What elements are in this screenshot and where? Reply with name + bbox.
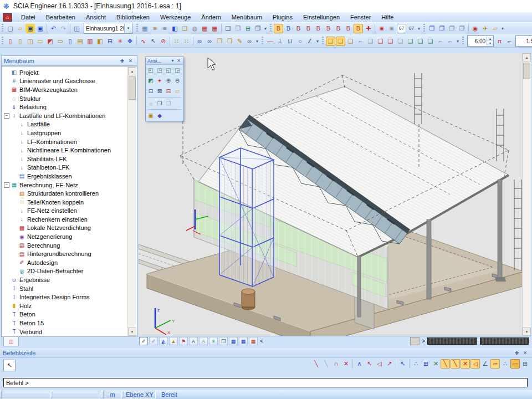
multicopy-icon[interactable]: ❐ [225, 37, 234, 46]
tree-expander[interactable] [4, 70, 9, 75]
select-by-property-icon[interactable]: B [284, 24, 293, 33]
command-input[interactable] [3, 378, 528, 387]
property-brush-icon[interactable]: ✎ [235, 37, 244, 46]
draw-line-icon[interactable]: ╲ [311, 359, 321, 369]
tree-item-berechnung-fe-netz[interactable]: − ▦ Berechnung, FE-Netz [4, 181, 127, 190]
vertex-icon[interactable]: ∧ [355, 359, 364, 369]
viewport-canvas[interactable]: z Y X [139, 53, 531, 336]
show-surfaces-icon[interactable]: ◭ [159, 337, 168, 345]
select-curve-icon[interactable]: B [324, 24, 333, 33]
cancel-icon[interactable]: ✕ [341, 359, 351, 369]
project-window-icon[interactable]: ◫ [72, 24, 81, 33]
spin-up-icon[interactable]: ▴ [487, 37, 493, 41]
scale-tool-icon[interactable]: π [495, 37, 504, 46]
scroll-down-icon[interactable]: ▼ [523, 328, 531, 336]
view-3d-icon[interactable]: ◆ [155, 111, 164, 120]
tree-item-stahlbeton-lfk[interactable]: ↓ Stahlbeton-LFK [4, 163, 127, 172]
view-parameters-icon[interactable]: ❒ [219, 337, 228, 345]
tree-item-ergebnisse[interactable]: ∪ Ergebnisse [4, 275, 127, 284]
tree-expander[interactable] [12, 208, 17, 213]
support-misc2-icon[interactable]: ⌐ [446, 37, 455, 46]
spin-down-icon[interactable]: ▾ [487, 41, 493, 45]
page-format-icon[interactable]: ❏ [180, 24, 190, 33]
mesh-icon[interactable]: ◍ [190, 24, 200, 33]
copy-properties-icon[interactable]: ❐ [447, 24, 457, 33]
walk-through-icon[interactable]: ✦ [155, 76, 164, 85]
tree-expander[interactable] [12, 173, 17, 179]
close-icon[interactable]: ✕ [176, 58, 182, 63]
support-fixed-icon[interactable]: ❏ [326, 37, 335, 46]
menu-datei[interactable]: Datei [16, 13, 40, 22]
tree-expander[interactable] [12, 243, 17, 248]
document-icon[interactable]: ❐ [253, 24, 263, 33]
draw-arc-icon[interactable]: ∩ [331, 359, 341, 369]
scroll-down-icon[interactable]: ▼ [128, 328, 136, 336]
tree-expander[interactable] [4, 294, 9, 300]
tree-item-berechnung[interactable]: ▤ Berechnung [4, 241, 127, 250]
snap-tangent-icon[interactable]: ∠ [480, 359, 490, 369]
layer-manager-icon[interactable]: ≡ [160, 24, 170, 33]
beam-icon[interactable]: ▯ [6, 37, 15, 46]
tree-item-stahl[interactable]: I Stahl [4, 284, 127, 293]
calculator-icon[interactable]: ⊞ [243, 24, 253, 33]
tree-item-lastgruppen[interactable]: ↓ Lastgruppen [4, 129, 127, 137]
edit-point-icon[interactable]: ↖ [365, 359, 374, 369]
tree-expander[interactable] [4, 303, 9, 309]
redo-icon[interactable]: ↷ [59, 24, 68, 33]
support-misc-icon[interactable]: ⌐ [436, 37, 445, 46]
toolbar-grip[interactable] [423, 24, 425, 33]
tree-item-struktur[interactable]: ⌂ Struktur [4, 94, 127, 103]
grid-member-icon[interactable]: ✳ [115, 37, 125, 46]
show-model-data-icon[interactable]: ✳ [209, 337, 218, 345]
snap-midpoint-icon[interactable]: ╲ [441, 359, 450, 369]
function-key-toggle-icon[interactable]: 67 [397, 24, 406, 33]
scale-factor-spinner[interactable]: 1.5 ▴▾ [515, 35, 532, 47]
delete-icon[interactable]: ⊘ [158, 37, 168, 46]
draw-line2-icon[interactable]: ╲ [321, 359, 331, 369]
circle-icon[interactable]: ○ [295, 37, 305, 46]
close-icon[interactable]: ✕ [126, 57, 135, 65]
table-input-icon[interactable]: ▦ [200, 24, 209, 33]
open-icon[interactable]: ▱ [16, 24, 25, 33]
paste-view-icon[interactable]: ❐ [437, 24, 447, 33]
tree-item-hintergrundberechnung[interactable]: ▤ Hintergrundberechnung [4, 249, 127, 258]
tree-item-verbund[interactable]: T Verbund [4, 328, 127, 336]
toolbar-grip[interactable] [270, 24, 272, 33]
scroll-left-icon[interactable]: < [260, 338, 263, 344]
bracing-icon[interactable]: ◩ [45, 37, 55, 46]
menu-werkzeuge[interactable]: Werkzeuge [155, 13, 196, 22]
print-preview-icon[interactable]: ❒ [233, 24, 243, 33]
project-combo[interactable]: Einhausung1 2016 ▾ [84, 23, 132, 34]
select-filter-icon[interactable]: B [274, 24, 283, 33]
toolbar-grip[interactable] [2, 24, 3, 33]
tree-item-2d-daten-betrachter[interactable]: ◎ 2D-Daten-Betrachter [4, 267, 127, 276]
tree-expander[interactable] [12, 147, 17, 153]
chevron-down-icon[interactable]: ▾ [124, 24, 132, 33]
tree-item-nichtlineare-lf-kombinationen[interactable]: ↓ Nichtlineare LF-Kombinationen [4, 146, 127, 155]
tree-expander[interactable] [4, 286, 9, 291]
document-icon[interactable]: ⌂ [3, 13, 12, 22]
hinge-line-icon[interactable]: ❏ [386, 37, 395, 46]
deselect-icon[interactable]: B [334, 24, 343, 33]
tree-item-beton-15[interactable]: T Beton 15 [4, 319, 127, 328]
line-icon[interactable]: — [265, 37, 275, 46]
redraw-icon[interactable]: ◉ [470, 24, 480, 33]
wall-icon[interactable]: ▯ [65, 37, 75, 46]
tree-expander[interactable] [12, 165, 17, 170]
pin-icon[interactable]: ✚ [513, 349, 521, 357]
menu-bibliotheken[interactable]: Bibliotheken [111, 13, 155, 22]
snap-endpoint-icon[interactable]: ╲ [451, 359, 460, 369]
tree-expander[interactable] [4, 96, 9, 101]
view-axonometric-icon[interactable]: ◲ [173, 66, 182, 74]
tree-item-teile-knoten-koppeln[interactable]: ∷ Teile/Knoten koppeln [4, 198, 127, 207]
table-composer-icon[interactable]: ▦ [229, 337, 238, 345]
dot-grid-icon[interactable]: ∴ [411, 359, 421, 369]
frame-icon[interactable]: ◫ [25, 37, 35, 46]
model-elevator-tower[interactable] [219, 148, 275, 287]
subsoil-icon[interactable]: ❏ [396, 37, 405, 46]
chevron-down-icon[interactable]: ▾ [170, 58, 176, 63]
link-nodes-icon[interactable]: ∷ [182, 37, 191, 46]
tree-item-belastung[interactable]: ⇓ Belastung [4, 103, 127, 111]
zoom-out-icon[interactable]: ⊖ [173, 76, 182, 85]
move-selection-icon[interactable]: ✚ [364, 24, 373, 33]
